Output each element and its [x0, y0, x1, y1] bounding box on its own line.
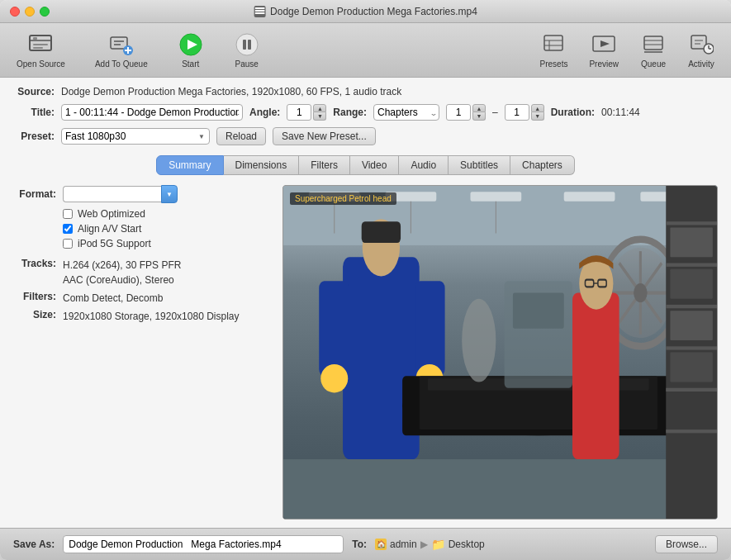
factory-scene: Supercharged Petrol head [283, 186, 717, 519]
queue-icon [640, 31, 667, 58]
save-new-preset-button[interactable]: Save New Preset... [273, 127, 376, 145]
tab-dimensions[interactable]: Dimensions [224, 155, 300, 175]
svg-rect-74 [666, 429, 717, 433]
range-from-stepper: ▲ ▼ [446, 104, 486, 121]
open-source-label: Open Source [17, 59, 65, 69]
angle-input[interactable] [287, 104, 311, 121]
pause-label: Pause [235, 59, 259, 69]
tracks-line1: H.264 (x264), 30 FPS PFR [63, 258, 181, 273]
tab-chapters[interactable]: Chapters [510, 155, 575, 175]
activity-button[interactable]: Activity [681, 28, 721, 72]
ipod-support-row: iPod 5G Support [63, 238, 269, 249]
svg-rect-78 [670, 353, 712, 382]
source-row: Source: Dodge Demon Production Mega Fact… [13, 86, 718, 97]
range-to-stepper: ▲ ▼ [505, 104, 544, 121]
tab-video[interactable]: Video [350, 155, 399, 175]
toolbar: Open Source Add To Queue [0, 23, 731, 78]
format-select-wrap: MP4 File ▼ [63, 185, 178, 203]
minimize-button[interactable] [25, 7, 35, 17]
home-icon: 🏠 [375, 539, 387, 550]
queue-label: Queue [641, 59, 666, 69]
range-to-increment[interactable]: ▲ [531, 104, 544, 112]
range-select[interactable]: Chapters [373, 104, 439, 121]
pause-button[interactable]: Pause [227, 28, 267, 72]
svg-rect-5 [33, 37, 37, 40]
tracks-value: H.264 (x264), 30 FPS PFR AAC (CoreAudio)… [63, 258, 181, 287]
range-from-increment[interactable]: ▲ [472, 104, 486, 112]
presets-icon [540, 31, 567, 58]
to-label: To: [352, 539, 367, 550]
ipod-support-checkbox[interactable] [63, 239, 73, 249]
reload-button[interactable]: Reload [216, 127, 266, 145]
tab-summary[interactable]: Summary [156, 155, 223, 175]
svg-rect-2 [254, 12, 264, 14]
svg-rect-54 [362, 221, 401, 243]
presets-button[interactable]: Presets [534, 28, 575, 72]
web-optimized-checkbox[interactable] [63, 209, 73, 219]
path-separator: ▶ [420, 539, 428, 550]
range-select-wrap: Chapters [373, 104, 439, 121]
size-value: 1920x1080 Storage, 1920x1080 Display [63, 309, 240, 324]
range-from-buttons: ▲ ▼ [472, 104, 486, 121]
left-panel: Format: MP4 File ▼ Web Optimized Align A… [13, 185, 269, 520]
tab-audio[interactable]: Audio [399, 155, 449, 175]
svg-rect-19 [544, 36, 562, 50]
range-to-decrement[interactable]: ▼ [531, 112, 544, 121]
angle-decrement-button[interactable]: ▼ [313, 112, 326, 121]
svg-rect-1 [254, 10, 264, 12]
svg-marker-24 [600, 40, 610, 47]
range-from-input[interactable] [446, 104, 471, 121]
tracks-line2: AAC (CoreAudio), Stereo [63, 273, 181, 287]
format-label: Format: [13, 188, 56, 200]
add-to-queue-button[interactable]: Add To Queue [88, 28, 154, 72]
svg-rect-69 [666, 221, 717, 225]
range-from-decrement[interactable]: ▼ [472, 112, 486, 121]
preview-button[interactable]: Preview [582, 28, 625, 72]
filters-row: Filters: Comb Detect, Decomb [13, 291, 269, 306]
preview-area: Supercharged Petrol head [282, 185, 718, 520]
svg-point-81 [462, 299, 496, 382]
tab-subtitles[interactable]: Subtitles [449, 155, 510, 175]
start-button[interactable]: Start [171, 28, 211, 72]
tab-filters[interactable]: Filters [299, 155, 350, 175]
svg-rect-7 [33, 47, 43, 49]
svg-rect-25 [644, 36, 662, 50]
range-to-input[interactable] [505, 104, 529, 121]
browse-button[interactable]: Browse... [655, 535, 718, 553]
title-row: Title: 1 - 00:11:44 - Dodge Demon Produc… [13, 104, 718, 121]
format-input[interactable]: MP4 File [63, 186, 162, 202]
folder-name: Desktop [449, 539, 485, 550]
filters-label: Filters: [13, 291, 56, 302]
size-row: Size: 1920x1080 Storage, 1920x1080 Displ… [13, 309, 269, 324]
open-source-button[interactable]: Open Source [10, 28, 72, 72]
align-av-row: Align A/V Start [63, 223, 269, 235]
pause-icon [234, 31, 260, 58]
save-as-label: Save As: [13, 539, 55, 550]
format-arrow-button[interactable]: ▼ [161, 185, 178, 203]
save-as-input[interactable] [63, 535, 344, 553]
svg-point-16 [236, 34, 258, 55]
web-optimized-row: Web Optimized [63, 208, 269, 220]
preset-select[interactable]: Fast 1080p30 [61, 128, 210, 145]
folder-icon: 📁 [431, 538, 445, 551]
align-av-checkbox[interactable] [63, 224, 73, 234]
title-select[interactable]: 1 - 00:11:44 - Dodge Demon Production Me… [61, 104, 243, 121]
angle-label: Angle: [249, 107, 280, 118]
factory-svg [283, 186, 717, 519]
preset-label: Preset: [13, 131, 55, 142]
queue-button[interactable]: Queue [634, 28, 673, 72]
presets-label: Presets [540, 59, 568, 69]
app-icon [254, 6, 265, 17]
title-text: Dodge Demon Production Mega Factories.mp… [270, 6, 477, 17]
svg-rect-18 [248, 40, 251, 50]
preview-overlay: Supercharged Petrol head [290, 192, 396, 205]
angle-stepper-buttons: ▲ ▼ [313, 104, 326, 121]
close-button[interactable] [10, 7, 20, 17]
svg-point-57 [320, 364, 348, 393]
svg-rect-39 [564, 192, 615, 202]
maximize-button[interactable] [40, 7, 50, 17]
info-section: Tracks: H.264 (x264), 30 FPS PFR AAC (Co… [13, 258, 269, 324]
angle-increment-button[interactable]: ▲ [313, 104, 326, 112]
range-dash: – [492, 107, 498, 118]
title-label: Title: [13, 107, 55, 118]
